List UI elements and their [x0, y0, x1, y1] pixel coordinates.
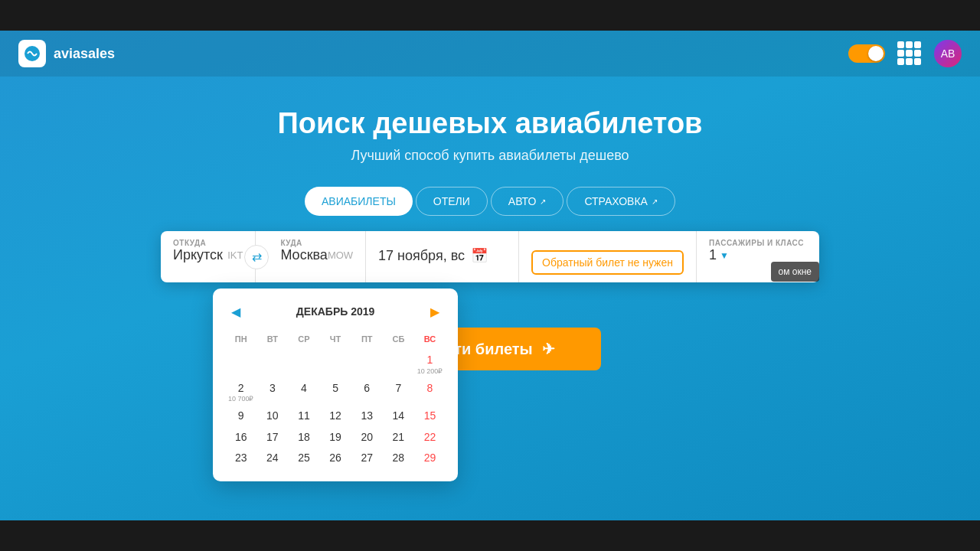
- calendar-day-cell[interactable]: 21: [383, 427, 414, 448]
- calendar-header: ◀ ДЕКАБРЬ 2019 ▶: [225, 301, 446, 322]
- search-btn-wrap: Найти билеты ✈: [0, 328, 980, 370]
- calendar-empty-cell: [383, 350, 414, 378]
- calendar-day-cell[interactable]: 11: [288, 406, 319, 427]
- calendar-day-cell[interactable]: 16: [225, 427, 256, 448]
- passengers-field[interactable]: ПАССАЖИРЫ И КЛАСС 1 ▼: [697, 231, 819, 282]
- calendar-day-cell[interactable]: 20: [351, 427, 383, 448]
- calendar-month-year: ДЕКАБРЬ 2019: [296, 305, 374, 318]
- calendar-day-cell[interactable]: 29: [414, 448, 446, 469]
- calendar-day-cell[interactable]: 5: [320, 378, 351, 406]
- calendar-day-cell[interactable]: 15: [414, 406, 446, 427]
- calendar-empty-cell: [351, 350, 383, 378]
- calendar-day-cell[interactable]: 8: [414, 378, 446, 406]
- prev-month-button[interactable]: ◀: [225, 301, 247, 322]
- chevron-down-icon: ▼: [720, 250, 729, 261]
- calendar-empty-cell: [256, 350, 288, 378]
- calendar-day-cell[interactable]: 13: [351, 406, 383, 427]
- from-field[interactable]: ОТКУДА Иркутск IKT ⇄: [161, 231, 256, 282]
- calendar-icon: 📅: [471, 247, 488, 264]
- logo-area: aviasales: [18, 40, 115, 67]
- calendar-day-cell[interactable]: 24: [256, 448, 288, 469]
- swap-button[interactable]: ⇄: [244, 245, 269, 269]
- arrow-icon: ✈: [542, 340, 555, 358]
- to-value: Москва MOW: [280, 247, 353, 263]
- calendar-grid: 110 200₽210 700₽345678910111213141516171…: [225, 350, 446, 469]
- tab-flights[interactable]: АВИАБИЛЕТЫ: [305, 187, 413, 216]
- calendar-day-cell[interactable]: 26: [320, 448, 351, 469]
- avatar[interactable]: AB: [934, 40, 962, 67]
- logo-icon: [18, 40, 46, 67]
- calendar-day-cell[interactable]: 4: [288, 378, 319, 406]
- theme-toggle[interactable]: [848, 44, 885, 63]
- hero-section: Поиск дешевых авиабилетов Лучший способ …: [0, 77, 980, 187]
- header-nav: aviasales AB: [0, 31, 980, 77]
- departure-date-field[interactable]: 17 ноября, вс 📅 ◀ ДЕКАБРЬ 2019 ▶ ПН ВТ С…: [366, 231, 519, 282]
- tabs-row: АВИАБИЛЕТЫ ОТЕЛИ АВТО ↗ СТРАХОВКА ↗: [0, 187, 980, 216]
- calendar-empty-cell: [320, 350, 351, 378]
- return-field: Обратный билет не нужен: [519, 231, 697, 282]
- calendar-day-cell[interactable]: 3: [256, 378, 288, 406]
- to-field[interactable]: КУДА Москва MOW: [256, 231, 366, 282]
- calendar-day-cell[interactable]: 17: [256, 427, 288, 448]
- calendar-day-cell[interactable]: 110 200₽: [414, 350, 446, 378]
- calendar-empty-cell: [288, 350, 319, 378]
- main-content: aviasales AB Поиск дешевых авиабилетов Л…: [0, 31, 980, 520]
- calendar-day-cell[interactable]: 25: [288, 448, 319, 469]
- calendar-day-cell[interactable]: 210 700₽: [225, 378, 256, 406]
- external-icon2: ↗: [652, 197, 658, 206]
- calendar-day-cell[interactable]: 28: [383, 448, 414, 469]
- calendar-day-cell[interactable]: 27: [351, 448, 383, 469]
- calendar-day-cell[interactable]: 9: [225, 406, 256, 427]
- calendar-weekdays: ПН ВТ СР ЧТ ПТ СБ ВС: [225, 331, 446, 347]
- next-month-button[interactable]: ▶: [424, 301, 446, 322]
- calendar-day-cell[interactable]: 6: [351, 378, 383, 406]
- external-icon: ↗: [540, 197, 546, 206]
- calendar-day-cell[interactable]: 12: [320, 406, 351, 427]
- passengers-label: ПАССАЖИРЫ И КЛАСС: [709, 239, 804, 247]
- no-return-button[interactable]: Обратный билет не нужен: [531, 250, 684, 275]
- calendar-day-cell[interactable]: 23: [225, 448, 256, 469]
- search-form: ОТКУДА Иркутск IKT ⇄ КУДА Москва MOW: [161, 231, 819, 282]
- tab-auto[interactable]: АВТО ↗: [491, 187, 564, 216]
- hero-subtitle: Лучший способ купить авиабилеты дешево: [0, 148, 980, 164]
- calendar-day-cell[interactable]: 18: [288, 427, 319, 448]
- to-label: КУДА: [280, 239, 353, 247]
- calendar-empty-cell: [225, 350, 256, 378]
- from-value: Иркутск IKT: [173, 247, 243, 263]
- hero-title: Поиск дешевых авиабилетов: [0, 107, 980, 140]
- browser-top-bar: [0, 0, 980, 31]
- browser-bottom-bar: [0, 520, 980, 551]
- nav-right: AB: [848, 40, 962, 67]
- calendar-popup: ◀ ДЕКАБРЬ 2019 ▶ ПН ВТ СР ЧТ ПТ СБ ВС: [213, 289, 458, 481]
- calendar-day-cell[interactable]: 19: [320, 427, 351, 448]
- calendar-day-cell[interactable]: 14: [383, 406, 414, 427]
- tab-hotels[interactable]: ОТЕЛИ: [416, 187, 488, 216]
- calendar-day-cell[interactable]: 22: [414, 427, 446, 448]
- toggle-knob: [868, 46, 884, 61]
- avatar-initials: AB: [941, 47, 956, 60]
- passengers-value: 1 ▼: [709, 247, 729, 263]
- from-label: ОТКУДА: [173, 239, 243, 247]
- apps-grid-icon[interactable]: [897, 41, 922, 66]
- calendar-day-cell[interactable]: 7: [383, 378, 414, 406]
- tab-insurance[interactable]: СТРАХОВКА ↗: [567, 187, 675, 216]
- calendar-day-cell[interactable]: 10: [256, 406, 288, 427]
- date-value: 17 ноября, вс 📅: [378, 247, 506, 264]
- logo-text: aviasales: [54, 46, 115, 62]
- date-label: [378, 239, 506, 247]
